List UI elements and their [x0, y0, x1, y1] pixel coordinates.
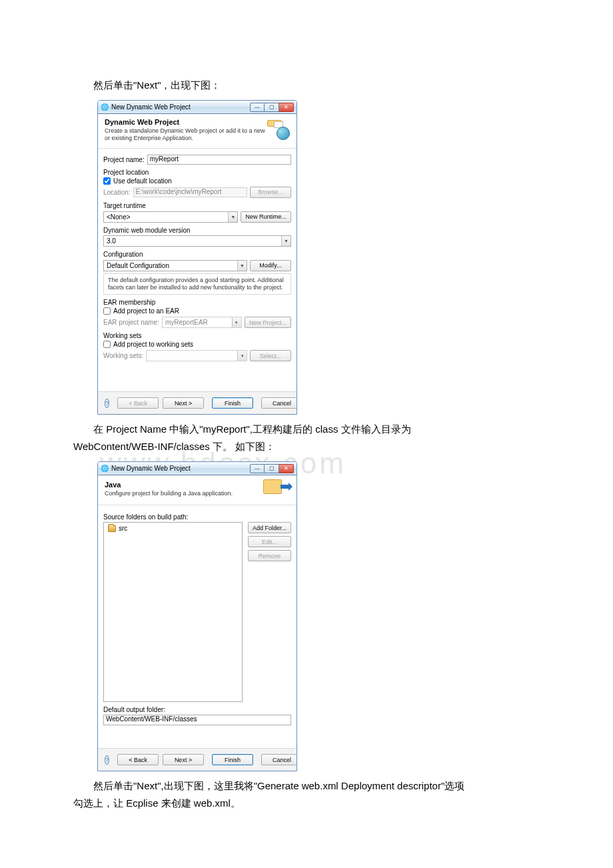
body-para-1: 然后单击"Next"，出现下图： — [73, 77, 540, 93]
cancel-button[interactable]: Cancel — [261, 754, 297, 765]
minimize-button[interactable]: — — [250, 464, 265, 473]
default-output-folder-label: Default output folder: — [103, 706, 291, 713]
body-para-3b: 勾选上，让 Ecplise 来创建 web.xml。 — [73, 795, 540, 811]
project-name-input[interactable]: myReport — [147, 155, 291, 165]
wizard-banner: Dynamic Web Project Create a standalone … — [98, 114, 297, 149]
new-project-button: New Project... — [245, 317, 291, 328]
dynamic-web-version-label: Dynamic web module version — [103, 227, 291, 234]
chevron-down-icon: ▼ — [237, 261, 247, 271]
chevron-down-icon: ▾ — [232, 317, 241, 327]
working-sets-combo: ▾ — [146, 350, 247, 361]
cancel-button[interactable]: Cancel — [261, 397, 297, 409]
ear-project-name-label: EAR project name: — [103, 319, 159, 326]
help-button[interactable]: ? — [105, 755, 109, 765]
dialog-new-dynamic-web-project-1: 🌐 New Dynamic Web Project — ▢ ✕ Dynamic … — [97, 100, 297, 415]
source-folders-label: Source folders on build path: — [103, 513, 291, 521]
location-input: E:\work\code\jnclw\myReport — [133, 187, 247, 197]
close-button[interactable]: ✕ — [279, 103, 294, 112]
banner-title: Java — [105, 481, 263, 489]
add-folder-button[interactable]: Add Folder... — [248, 522, 291, 533]
titlebar: 🌐 New Dynamic Web Project — ▢ ✕ — [98, 462, 297, 475]
configuration-combo[interactable]: Default Configuration▼ — [103, 260, 247, 271]
next-button[interactable]: Next > — [163, 754, 204, 765]
add-to-ear-checkbox[interactable] — [103, 307, 111, 315]
modify-button[interactable]: Modify... — [250, 260, 291, 271]
package-folder-icon — [108, 525, 116, 532]
finish-button[interactable]: Finish — [212, 754, 253, 765]
location-label: Location: — [103, 189, 131, 196]
help-button[interactable]: ? — [105, 399, 109, 408]
body-para-2b: WebContent/WEB-INF/classes 下。 如下图： — [73, 439, 540, 455]
tree-item-label: src — [119, 525, 127, 532]
use-default-location-checkbox[interactable] — [103, 177, 111, 185]
next-button[interactable]: Next > — [163, 397, 204, 409]
body-para-2a: 在 Project Name 中输入"myReport",工程构建后的 clas… — [73, 421, 540, 437]
maximize-button[interactable]: ▢ — [265, 103, 279, 112]
titlebar: 🌐 New Dynamic Web Project — ▢ ✕ — [98, 101, 297, 114]
target-runtime-combo[interactable]: <None>▼ — [103, 211, 238, 223]
banner-description: Configure project for building a Java ap… — [105, 490, 263, 497]
web-project-icon — [266, 120, 290, 140]
minimize-button[interactable]: — — [250, 103, 265, 112]
window-title: New Dynamic Web Project — [111, 103, 247, 111]
add-to-ear-label: Add project to an EAR — [113, 307, 179, 315]
java-folder-icon — [263, 479, 290, 499]
close-button[interactable]: ✕ — [279, 464, 294, 473]
select-button: Select... — [250, 350, 291, 361]
body-para-3a: 然后单击"Next",出现下图，这里我将"Generate web.xml De… — [73, 778, 540, 794]
use-default-location-label: Use default location — [113, 177, 172, 185]
working-sets-field-label: Working sets: — [103, 352, 143, 359]
browse-button: Browse... — [250, 187, 291, 198]
project-location-label: Project location — [103, 169, 291, 176]
banner-description: Create a standalone Dynamic Web project … — [105, 127, 266, 143]
remove-button: Remove — [248, 550, 291, 561]
project-name-label: Project name: — [103, 156, 145, 163]
finish-button[interactable]: Finish — [212, 397, 253, 409]
chevron-down-icon: ▼ — [228, 212, 237, 222]
eclipse-icon: 🌐 — [101, 465, 109, 473]
back-button: < Back — [117, 397, 159, 409]
edit-button: Edit... — [248, 536, 291, 547]
chevron-down-icon: ▾ — [237, 351, 247, 361]
new-runtime-button[interactable]: New Runtime... — [241, 211, 291, 223]
maximize-button[interactable]: ▢ — [265, 464, 279, 473]
back-button[interactable]: < Back — [117, 754, 159, 765]
default-output-folder-input[interactable]: WebContent/WEB-INF/classes — [103, 715, 291, 725]
add-to-working-sets-label: Add project to working sets — [113, 341, 193, 348]
ear-membership-label: EAR membership — [103, 299, 291, 306]
configuration-description: The default configuration provides a goo… — [103, 273, 291, 295]
window-title: New Dynamic Web Project — [111, 465, 247, 472]
target-runtime-label: Target runtime — [103, 202, 291, 209]
dialog-new-dynamic-web-project-2: 🌐 New Dynamic Web Project — ▢ ✕ Java Con… — [97, 461, 297, 771]
tree-item-src[interactable]: src — [108, 525, 238, 532]
banner-title: Dynamic Web Project — [105, 118, 266, 126]
source-folders-tree[interactable]: src — [103, 522, 243, 702]
configuration-label: Configuration — [103, 251, 291, 258]
ear-project-name-combo: myReportEAR▾ — [162, 317, 242, 328]
dynamic-web-version-combo[interactable]: 3.0▼ — [103, 235, 291, 247]
wizard-banner: Java Configure project for building a Ja… — [98, 475, 297, 505]
working-sets-label: Working sets — [103, 332, 291, 339]
chevron-down-icon: ▼ — [281, 236, 291, 246]
add-to-working-sets-checkbox[interactable] — [103, 341, 111, 348]
eclipse-icon: 🌐 — [101, 103, 109, 111]
